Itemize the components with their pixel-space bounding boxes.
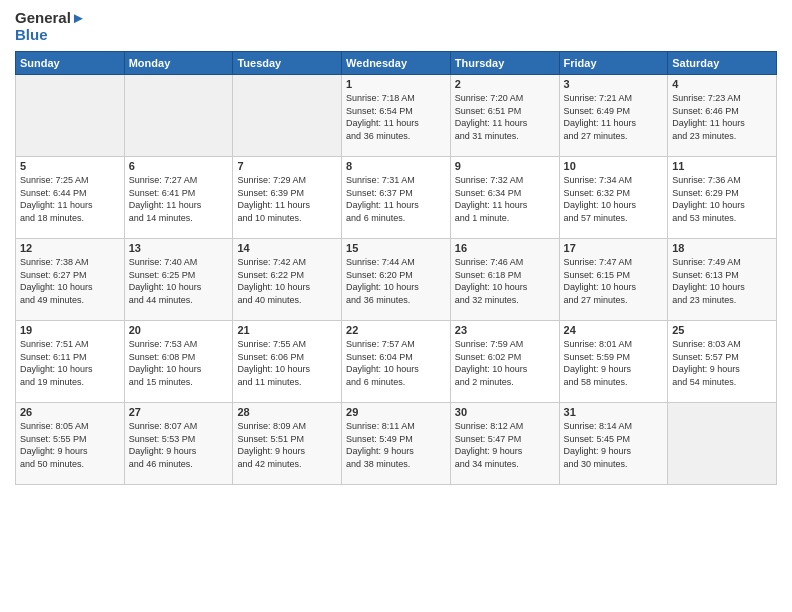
day-of-week-header: Monday <box>124 52 233 75</box>
day-number: 18 <box>672 242 772 254</box>
day-of-week-header: Saturday <box>668 52 777 75</box>
calendar-day-cell <box>16 75 125 157</box>
day-number: 23 <box>455 324 555 336</box>
day-info: Sunrise: 7:32 AM Sunset: 6:34 PM Dayligh… <box>455 174 555 224</box>
logo-general: General► <box>15 10 86 27</box>
calendar-day-cell: 21Sunrise: 7:55 AM Sunset: 6:06 PM Dayli… <box>233 321 342 403</box>
calendar-day-cell: 10Sunrise: 7:34 AM Sunset: 6:32 PM Dayli… <box>559 157 668 239</box>
day-info: Sunrise: 8:05 AM Sunset: 5:55 PM Dayligh… <box>20 420 120 470</box>
calendar-day-cell: 14Sunrise: 7:42 AM Sunset: 6:22 PM Dayli… <box>233 239 342 321</box>
day-of-week-header: Tuesday <box>233 52 342 75</box>
day-number: 15 <box>346 242 446 254</box>
day-number: 16 <box>455 242 555 254</box>
day-number: 4 <box>672 78 772 90</box>
day-info: Sunrise: 8:11 AM Sunset: 5:49 PM Dayligh… <box>346 420 446 470</box>
calendar-day-cell: 24Sunrise: 8:01 AM Sunset: 5:59 PM Dayli… <box>559 321 668 403</box>
calendar-day-cell: 23Sunrise: 7:59 AM Sunset: 6:02 PM Dayli… <box>450 321 559 403</box>
day-number: 5 <box>20 160 120 172</box>
calendar-day-cell: 8Sunrise: 7:31 AM Sunset: 6:37 PM Daylig… <box>342 157 451 239</box>
day-number: 8 <box>346 160 446 172</box>
day-of-week-header: Sunday <box>16 52 125 75</box>
day-info: Sunrise: 7:51 AM Sunset: 6:11 PM Dayligh… <box>20 338 120 388</box>
day-number: 21 <box>237 324 337 336</box>
calendar-day-cell: 3Sunrise: 7:21 AM Sunset: 6:49 PM Daylig… <box>559 75 668 157</box>
page-container: General► Blue SundayMondayTuesdayWednesd… <box>0 0 792 490</box>
logo-blue: Blue <box>15 27 86 44</box>
day-number: 7 <box>237 160 337 172</box>
calendar-day-cell: 6Sunrise: 7:27 AM Sunset: 6:41 PM Daylig… <box>124 157 233 239</box>
day-number: 30 <box>455 406 555 418</box>
calendar-day-cell: 30Sunrise: 8:12 AM Sunset: 5:47 PM Dayli… <box>450 403 559 485</box>
calendar-day-cell: 18Sunrise: 7:49 AM Sunset: 6:13 PM Dayli… <box>668 239 777 321</box>
calendar-day-cell: 17Sunrise: 7:47 AM Sunset: 6:15 PM Dayli… <box>559 239 668 321</box>
day-number: 6 <box>129 160 229 172</box>
day-info: Sunrise: 7:46 AM Sunset: 6:18 PM Dayligh… <box>455 256 555 306</box>
day-info: Sunrise: 7:20 AM Sunset: 6:51 PM Dayligh… <box>455 92 555 142</box>
day-number: 12 <box>20 242 120 254</box>
calendar-day-cell <box>233 75 342 157</box>
logo-text-block: General► Blue <box>15 10 86 43</box>
calendar-week-row: 19Sunrise: 7:51 AM Sunset: 6:11 PM Dayli… <box>16 321 777 403</box>
day-number: 19 <box>20 324 120 336</box>
day-number: 22 <box>346 324 446 336</box>
day-info: Sunrise: 7:40 AM Sunset: 6:25 PM Dayligh… <box>129 256 229 306</box>
day-info: Sunrise: 7:55 AM Sunset: 6:06 PM Dayligh… <box>237 338 337 388</box>
calendar-day-cell: 12Sunrise: 7:38 AM Sunset: 6:27 PM Dayli… <box>16 239 125 321</box>
day-number: 29 <box>346 406 446 418</box>
day-info: Sunrise: 7:59 AM Sunset: 6:02 PM Dayligh… <box>455 338 555 388</box>
day-number: 31 <box>564 406 664 418</box>
day-number: 20 <box>129 324 229 336</box>
day-number: 14 <box>237 242 337 254</box>
day-info: Sunrise: 7:53 AM Sunset: 6:08 PM Dayligh… <box>129 338 229 388</box>
day-of-week-header: Friday <box>559 52 668 75</box>
header: General► Blue <box>15 10 777 43</box>
day-number: 28 <box>237 406 337 418</box>
day-info: Sunrise: 8:07 AM Sunset: 5:53 PM Dayligh… <box>129 420 229 470</box>
day-number: 25 <box>672 324 772 336</box>
day-number: 13 <box>129 242 229 254</box>
calendar-day-cell: 26Sunrise: 8:05 AM Sunset: 5:55 PM Dayli… <box>16 403 125 485</box>
calendar-table: SundayMondayTuesdayWednesdayThursdayFrid… <box>15 51 777 485</box>
calendar-day-cell: 2Sunrise: 7:20 AM Sunset: 6:51 PM Daylig… <box>450 75 559 157</box>
day-number: 11 <box>672 160 772 172</box>
day-info: Sunrise: 7:47 AM Sunset: 6:15 PM Dayligh… <box>564 256 664 306</box>
day-info: Sunrise: 7:34 AM Sunset: 6:32 PM Dayligh… <box>564 174 664 224</box>
calendar-week-row: 12Sunrise: 7:38 AM Sunset: 6:27 PM Dayli… <box>16 239 777 321</box>
calendar-week-row: 5Sunrise: 7:25 AM Sunset: 6:44 PM Daylig… <box>16 157 777 239</box>
day-info: Sunrise: 7:36 AM Sunset: 6:29 PM Dayligh… <box>672 174 772 224</box>
day-info: Sunrise: 7:29 AM Sunset: 6:39 PM Dayligh… <box>237 174 337 224</box>
day-number: 3 <box>564 78 664 90</box>
calendar-week-row: 26Sunrise: 8:05 AM Sunset: 5:55 PM Dayli… <box>16 403 777 485</box>
calendar-day-cell: 1Sunrise: 7:18 AM Sunset: 6:54 PM Daylig… <box>342 75 451 157</box>
day-of-week-header: Wednesday <box>342 52 451 75</box>
day-number: 17 <box>564 242 664 254</box>
day-info: Sunrise: 7:31 AM Sunset: 6:37 PM Dayligh… <box>346 174 446 224</box>
calendar-day-cell: 15Sunrise: 7:44 AM Sunset: 6:20 PM Dayli… <box>342 239 451 321</box>
calendar-day-cell: 16Sunrise: 7:46 AM Sunset: 6:18 PM Dayli… <box>450 239 559 321</box>
calendar-day-cell: 25Sunrise: 8:03 AM Sunset: 5:57 PM Dayli… <box>668 321 777 403</box>
day-number: 2 <box>455 78 555 90</box>
calendar-day-cell <box>124 75 233 157</box>
calendar-day-cell: 27Sunrise: 8:07 AM Sunset: 5:53 PM Dayli… <box>124 403 233 485</box>
day-number: 10 <box>564 160 664 172</box>
calendar-day-cell: 7Sunrise: 7:29 AM Sunset: 6:39 PM Daylig… <box>233 157 342 239</box>
calendar-day-cell: 19Sunrise: 7:51 AM Sunset: 6:11 PM Dayli… <box>16 321 125 403</box>
calendar-day-cell <box>668 403 777 485</box>
logo: General► Blue <box>15 10 86 43</box>
day-number: 26 <box>20 406 120 418</box>
day-number: 27 <box>129 406 229 418</box>
calendar-day-cell: 5Sunrise: 7:25 AM Sunset: 6:44 PM Daylig… <box>16 157 125 239</box>
day-info: Sunrise: 7:38 AM Sunset: 6:27 PM Dayligh… <box>20 256 120 306</box>
day-info: Sunrise: 7:49 AM Sunset: 6:13 PM Dayligh… <box>672 256 772 306</box>
calendar-day-cell: 9Sunrise: 7:32 AM Sunset: 6:34 PM Daylig… <box>450 157 559 239</box>
calendar-day-cell: 28Sunrise: 8:09 AM Sunset: 5:51 PM Dayli… <box>233 403 342 485</box>
day-info: Sunrise: 7:18 AM Sunset: 6:54 PM Dayligh… <box>346 92 446 142</box>
day-info: Sunrise: 8:01 AM Sunset: 5:59 PM Dayligh… <box>564 338 664 388</box>
calendar-day-cell: 4Sunrise: 7:23 AM Sunset: 6:46 PM Daylig… <box>668 75 777 157</box>
day-info: Sunrise: 8:12 AM Sunset: 5:47 PM Dayligh… <box>455 420 555 470</box>
day-info: Sunrise: 7:44 AM Sunset: 6:20 PM Dayligh… <box>346 256 446 306</box>
calendar-day-cell: 11Sunrise: 7:36 AM Sunset: 6:29 PM Dayli… <box>668 157 777 239</box>
calendar-week-row: 1Sunrise: 7:18 AM Sunset: 6:54 PM Daylig… <box>16 75 777 157</box>
calendar-day-cell: 22Sunrise: 7:57 AM Sunset: 6:04 PM Dayli… <box>342 321 451 403</box>
calendar-day-cell: 13Sunrise: 7:40 AM Sunset: 6:25 PM Dayli… <box>124 239 233 321</box>
